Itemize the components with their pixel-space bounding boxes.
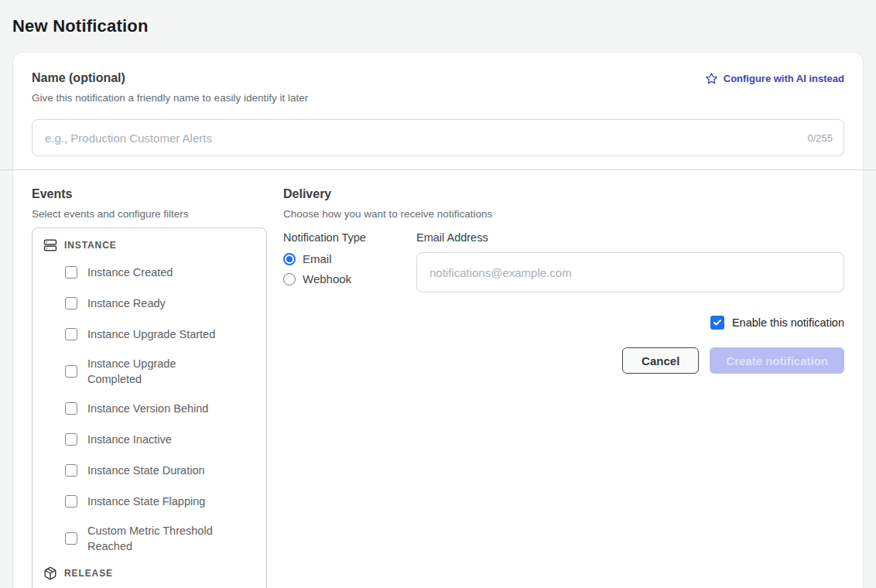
event-item-instance-upgrade-started[interactable]: Instance Upgrade Started [65,325,257,344]
top-header: New Notification [0,0,876,52]
server-icon [43,238,57,252]
name-section-subtitle: Give this notification a friendly name t… [32,92,844,104]
event-item-custom-metric-threshold[interactable]: Custom Metric Threshold Reached [65,523,257,554]
checkbox-icon[interactable] [65,532,77,545]
cancel-button[interactable]: Cancel [622,347,699,374]
checkbox-icon[interactable] [65,328,77,340]
event-group-instance: INSTANCE [42,238,257,252]
checkbox-icon[interactable] [65,464,77,477]
checked-checkbox-icon[interactable] [710,316,724,330]
radio-webhook-label: Webhook [303,272,351,285]
events-heading: Events [32,187,267,201]
notification-type-label: Notification Type [283,231,398,244]
new-notification-card: Name (optional) Configure with AI instea… [12,52,864,588]
event-group-instance-label: INSTANCE [64,240,117,251]
page: { "page": { "title": "New Notification" … [0,0,876,588]
name-input[interactable] [32,119,844,156]
package-icon [43,566,57,580]
checkbox-icon[interactable] [65,297,77,309]
event-item-instance-state-duration[interactable]: Instance State Duration [65,461,257,480]
checkbox-icon[interactable] [65,402,77,415]
events-section: Events Select events and configure filte… [32,187,267,588]
page-title: New Notification [12,16,864,36]
delivery-section: Delivery Choose how you want to receive … [283,187,844,588]
configure-with-ai-label: Configure with AI instead [724,73,844,84]
event-item-instance-inactive[interactable]: Instance Inactive [65,430,257,449]
enable-notification-row[interactable]: Enable this notification [283,316,844,330]
events-list: INSTANCE Instance Created Instance Ready… [32,227,267,588]
name-section: Name (optional) Configure with AI instea… [13,53,863,169]
checkbox-icon[interactable] [65,365,77,378]
checkbox-icon[interactable] [65,266,77,279]
char-counter: 0/255 [807,132,833,144]
event-item-instance-upgrade-completed[interactable]: Instance Upgrade Completed [65,356,257,387]
checkbox-icon[interactable] [65,495,77,508]
delivery-heading: Delivery [283,187,844,201]
configure-with-ai-link[interactable]: Configure with AI instead [705,72,844,85]
radio-email-label: Email [303,252,332,265]
event-item-instance-ready[interactable]: Instance Ready [65,294,257,313]
event-item-instance-version-behind[interactable]: Instance Version Behind [65,399,257,418]
event-item-instance-created[interactable]: Instance Created [65,263,257,282]
star-icon [705,72,718,85]
event-group-release-label: RELEASE [64,568,113,579]
checkbox-icon[interactable] [65,433,77,446]
event-item-instance-state-flapping[interactable]: Instance State Flapping [65,492,257,511]
email-address-label: Email Address [416,231,844,244]
radio-option-email[interactable]: Email [283,252,398,265]
event-group-release: RELEASE [42,566,257,580]
name-section-heading: Name (optional) [32,71,125,85]
email-input[interactable] [416,252,844,292]
enable-notification-label: Enable this notification [732,316,844,329]
radio-unselected-icon[interactable] [283,273,296,285]
radio-option-webhook[interactable]: Webhook [283,272,398,285]
delivery-subtitle: Choose how you want to receive notificat… [283,208,844,220]
create-notification-button[interactable]: Create notification [710,347,844,374]
radio-selected-icon[interactable] [283,253,296,265]
events-subtitle: Select events and configure filters [32,208,267,220]
